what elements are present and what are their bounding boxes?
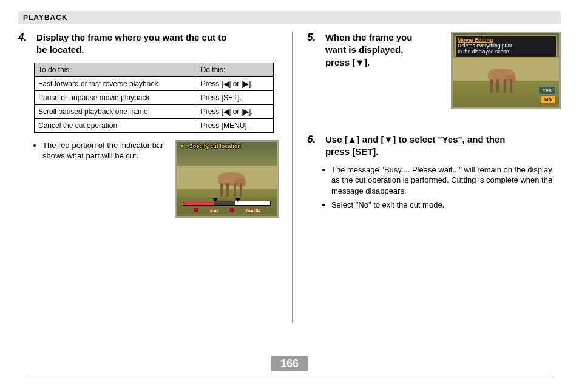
step-text: Display the frame where you want the cut… — [36, 32, 226, 56]
osd-dot-icon — [229, 208, 234, 212]
step-5: 5. When the frame you want is displayed,… — [307, 32, 442, 69]
step-4: 4. Display the frame where you want the … — [18, 32, 279, 56]
page-number-badge: 166 — [271, 356, 308, 371]
two-column-layout: 4. Display the frame where you want the … — [18, 32, 561, 323]
timeline-bar — [183, 201, 271, 206]
table-header-row: To do this: Do this: — [35, 63, 274, 76]
marker-icon — [235, 198, 240, 202]
osd-menu-label: MENU — [245, 207, 260, 212]
table-row: Fast forward or fast reverse playback Pr… — [35, 76, 274, 90]
screenshot-confirm-dialog: Movie Editing Deletes everything prior t… — [451, 32, 561, 109]
bullet-text: Select "No" to exit the cut mode. — [331, 200, 561, 211]
osd-set-label: SET — [209, 207, 219, 212]
bullet-text: The message "Busy.... Please wait..." wi… — [331, 164, 561, 197]
osd-dot-icon — [194, 208, 198, 212]
confirm-no: No — [541, 95, 555, 104]
step-6: 6. Use [▲] and [▼] to select "Yes", and … — [307, 133, 561, 158]
table-cell: Press [SET]. — [197, 90, 273, 104]
confirm-options: Yes No — [538, 86, 555, 104]
table-header: To do this: — [35, 63, 197, 76]
table-cell: Press [◀] or [▶]. — [197, 104, 273, 118]
table-row: Pause or unpause movie playback Press [S… — [35, 90, 274, 104]
table-cell: Cancel the cut operation — [35, 118, 197, 132]
confirm-dialog: Movie Editing Deletes everything prior t… — [455, 35, 557, 58]
table-cell: Pause or unpause movie playback — [35, 90, 197, 104]
step6-bullets: The message "Busy.... Please wait..." wi… — [331, 164, 561, 211]
table-cell: Fast forward or fast reverse playback — [35, 76, 197, 90]
note-list: The red portion of the indicator bar sho… — [42, 140, 168, 165]
screenshot-specify-cut: ▼ : Specify cut location SET MEN — [175, 140, 279, 218]
timeline-area: SET MENU — [177, 197, 277, 214]
table-row: Cancel the cut operation Press [MENU]. — [35, 118, 274, 132]
footer-rule — [28, 376, 551, 376]
note-with-image: The red portion of the indicator bar sho… — [18, 140, 279, 218]
confirm-message: Deletes everything prior to the displaye… — [458, 43, 554, 55]
table-cell: Press [◀] or [▶]. — [197, 76, 273, 90]
table-cell: Scroll paused playback one frame — [35, 104, 197, 118]
left-column: 4. Display the frame where you want the … — [18, 32, 287, 323]
step-text: When the frame you want is displayed, pr… — [325, 32, 412, 69]
right-column: 5. When the frame you want is displayed,… — [292, 32, 561, 323]
table-header: Do this: — [197, 63, 273, 76]
table-cell: Press [MENU]. — [197, 118, 273, 132]
controls-table: To do this: Do this: Fast forward or fas… — [34, 63, 274, 133]
scene-deer — [482, 61, 520, 93]
marker-icon — [213, 198, 218, 202]
step-number: 5. — [307, 32, 319, 69]
step-number: 4. — [18, 32, 30, 56]
confirm-yes: Yes — [538, 86, 555, 95]
note-text: The red portion of the indicator bar sho… — [42, 140, 168, 161]
step-text: Use [▲] and [▼] to select "Yes", and the… — [325, 133, 505, 158]
overlay-label: ▼ : Specify cut location — [179, 143, 241, 149]
scene-deer — [212, 165, 249, 197]
table-row: Scroll paused playback one frame Press [… — [35, 104, 274, 118]
timeline-red-portion — [183, 201, 214, 205]
osd-button-row: SET MENU — [180, 206, 273, 214]
step-number: 6. — [307, 133, 319, 158]
section-header: PLAYBACK — [18, 11, 561, 24]
